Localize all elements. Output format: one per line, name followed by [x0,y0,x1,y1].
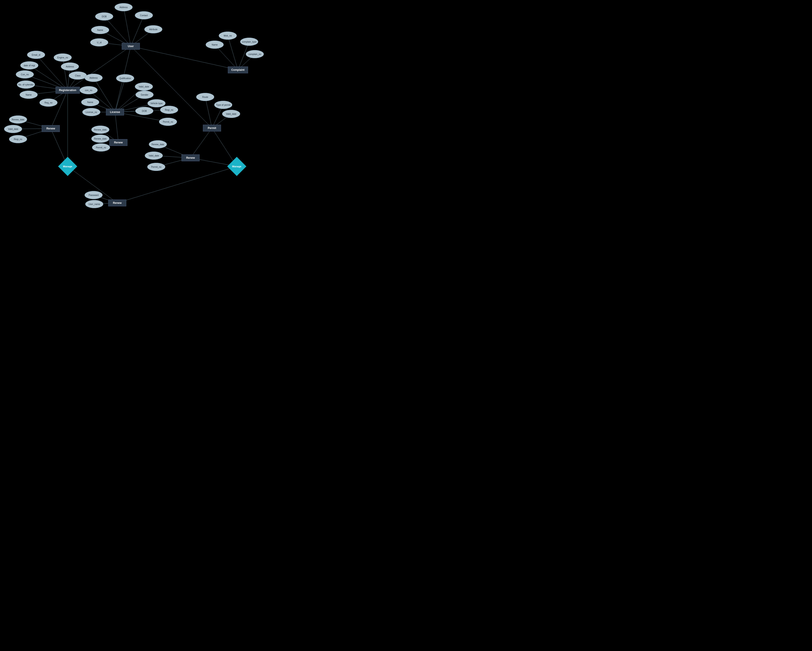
attribute-renewdate_renew3: Renew_date [149,140,167,148]
attribute-regno_lic: Regi_no [160,106,178,114]
connection-name_comp-complaint [215,45,238,70]
attribute-compno_comp: complain_no [246,50,264,58]
attribute-gender_lic: Gender [136,91,154,99]
connection-qualif_lic-license [115,78,125,112]
attribute-addr_user: Address [114,3,133,11]
entity-renew3: Renew [182,154,200,161]
attribute-licno_lic: License_no [82,108,100,116]
attribute-dob_lic: DOB [135,107,153,115]
attribute-dob_user: DOB [95,12,113,20]
attribute-conno_reg: Con_no [16,70,34,78]
attribute-validdate_renew1: Valid_date [4,125,22,133]
attribute-validdate_lic: Valid_date [135,82,153,91]
connection-user-complaint [131,46,238,70]
entity-user: User [122,43,140,50]
attribute-validdate_renew3: Valid_date [145,151,163,160]
entity-permit: Permit [203,125,221,131]
connection-addr_user-user [124,7,131,46]
attribute-attr_user: Attribute [144,25,162,34]
connection-engine_reg-registration [63,58,68,90]
attribute-qualif_lic: Quilification [116,74,134,82]
entity-complaint: Complaint [228,67,248,73]
attribute-name_lic: Name [81,98,99,106]
entity-registration: Registeration [56,87,80,94]
attribute-regno_reg: Reg_no [40,99,58,107]
attribute-validdate_per: Valid_date [222,110,240,118]
attribute-route_per: Route [196,93,214,101]
connection-addr_lic-license [93,78,115,112]
attribute-renewdate_renew2a: Renew_date [91,126,109,134]
attribute-email_reg: Email_id [27,51,45,59]
diamond-manage1 [58,157,77,176]
attribute-class_reg: Class [69,72,87,79]
attribute-passward_renew4: Passward [85,191,102,199]
attribute-name_reg: Name [20,91,38,99]
connection-manage2-renew4 [117,166,237,203]
attribute-regno_renew1: Regi_no [9,135,27,143]
connection-route_per-permit [205,97,212,128]
attribute-name_user: Name [91,26,109,34]
entity-renew1: Renew [42,125,60,132]
attribute-contact_user: Contact [135,11,153,20]
attribute-permitno_renew3: Permit_no [147,163,165,171]
attribute-username_renew4: User_name [85,200,103,208]
connection-date_reg-registration [29,66,68,90]
connection-permit-renew3 [191,128,212,158]
connection-registration-renew1 [51,90,68,128]
attribute-vtype_lic: Vehicle type [148,99,165,107]
attribute-uid_user: U_id [90,38,108,46]
connection-mob_comp-complaint [228,36,238,70]
er-diagram: UserRegisterationLicensePermitComplaintR… [0,0,270,216]
entity-renew4: Renew [108,200,126,206]
connection-contact_user-user [131,15,144,46]
attribute-addr_reg: Address [61,63,79,70]
attribute-conno_lic: con_no [79,86,98,94]
diamond-manage2 [227,157,246,176]
attribute-date_reg: date of regi [20,61,38,69]
attribute-addr_lic: Address [85,74,102,82]
attribute-permitno_renew2: Permit_no [92,143,110,151]
attribute-name_comp: Name [206,41,224,49]
attribute-permitno_lic: Permit_no [159,118,177,126]
attribute-renewdate_renew1: Renew_date [9,116,27,123]
entity-license: License [106,109,124,116]
entity-renew2: Renew [109,139,127,146]
attribute-typeofpermit_per: Type of permit [214,101,232,109]
attribute-renewdate_renew2b: Renew_date [91,135,109,143]
attribute-engine_reg: Engine_no [53,53,72,61]
attribute-mob_comp: Mob_no [219,32,237,40]
attribute-cylender_reg: No. of cylender [17,81,35,88]
connection-license-renew2 [115,112,118,142]
attribute-comptype_comp: complain_type [240,38,258,46]
